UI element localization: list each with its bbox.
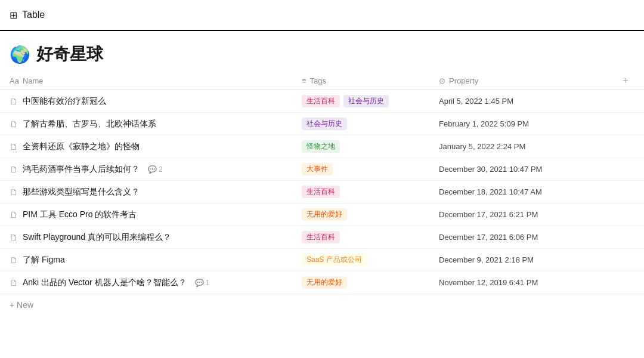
row-tags-cell: 大事件 [302, 163, 439, 175]
comment-badge: 💬 2 [148, 165, 163, 174]
row-name-cell: 🗋了解古希腊、古罗马、北欧神话体系 [10, 119, 302, 129]
table-row[interactable]: 🗋中医能有效治疗新冠么生活百科社会与历史April 5, 2022 1:45 P… [0, 90, 644, 113]
row-property-cell: December 18, 2021 10:47 AM [439, 187, 634, 196]
tag-item[interactable]: 生活百科 [302, 186, 340, 198]
row-name-cell: 🗋全资料还原《寂静之地》的怪物 [10, 141, 302, 152]
row-title: 了解古希腊、古罗马、北欧神话体系 [23, 119, 156, 129]
row-tags-cell: 生活百科 [302, 186, 439, 198]
row-name-cell: 🗋Anki 出品的 Vector 机器人是个啥？智能么？💬 1 [10, 277, 302, 288]
table-row[interactable]: 🗋了解 FigmaSaaS 产品或公司December 9, 2021 2:18… [0, 249, 644, 271]
row-tags-cell: 怪物之地 [302, 140, 439, 153]
table-row[interactable]: 🗋那些游戏类型缩写是什么含义？生活百科December 18, 2021 10:… [0, 181, 644, 203]
new-button-label: + New [10, 300, 33, 310]
tags-col-icon: ≡ [302, 76, 306, 85]
row-doc-icon: 🗋 [10, 142, 18, 152]
row-title: 那些游戏类型缩写是什么含义？ [23, 187, 140, 197]
property-col-icon: ⊙ [439, 76, 445, 85]
row-tags-cell: SaaS 产品或公司 [302, 254, 439, 266]
row-doc-icon: 🗋 [10, 210, 18, 220]
comment-count: 2 [159, 165, 163, 174]
page-emoji: 🌍 [10, 45, 30, 64]
row-title: 中医能有效治疗新冠么 [23, 96, 106, 107]
row-tags-cell: 无用的爱好 [302, 276, 439, 289]
page-title-row: 🌍 好奇星球 [0, 31, 644, 72]
page-title: 好奇星球 [36, 43, 103, 66]
row-property-cell: December 17, 2021 6:06 PM [439, 233, 634, 242]
col-header-property: ⊙ Property [439, 76, 617, 85]
name-col-label: Name [23, 76, 44, 85]
row-name-cell: 🗋Swift Playground 真的可以用来编程么？ [10, 232, 302, 243]
row-title: Swift Playground 真的可以用来编程么？ [23, 232, 171, 243]
table-body: 🗋中医能有效治疗新冠么生活百科社会与历史April 5, 2022 1:45 P… [0, 90, 644, 294]
comment-icon: 💬 [148, 165, 157, 174]
row-doc-icon: 🗋 [10, 187, 18, 197]
tags-col-label: Tags [310, 76, 326, 85]
row-tags-cell: 生活百科社会与历史 [302, 95, 439, 107]
row-property-cell: April 5, 2022 1:45 PM [439, 97, 634, 106]
tag-item[interactable]: 生活百科 [302, 231, 340, 243]
table-row[interactable]: 🗋PIM 工具 Ecco Pro 的软件考古无用的爱好December 17, … [0, 203, 644, 226]
tag-item[interactable]: 无用的爱好 [302, 208, 347, 221]
row-property-cell: January 5, 2022 2:24 PM [439, 142, 634, 151]
new-row-button[interactable]: + New [0, 294, 644, 316]
table-row[interactable]: 🗋Swift Playground 真的可以用来编程么？生活百科December… [0, 226, 644, 249]
name-col-icon: Aa [10, 76, 19, 85]
table-row[interactable]: 🗋全资料还原《寂静之地》的怪物怪物之地January 5, 2022 2:24 … [0, 135, 644, 158]
table-header: Aa Name ≡ Tags ⊙ Property + [0, 72, 644, 90]
row-name-cell: 🗋那些游戏类型缩写是什么含义？ [10, 187, 302, 197]
row-title: Anki 出品的 Vector 机器人是个啥？智能么？ [23, 277, 187, 288]
tag-item[interactable]: 生活百科 [302, 95, 340, 107]
header-bar: ⊞ Table [0, 0, 644, 31]
property-col-label: Property [449, 76, 478, 85]
row-doc-icon: 🗋 [10, 165, 18, 174]
row-doc-icon: 🗋 [10, 255, 18, 265]
tag-item[interactable]: 社会与历史 [302, 118, 347, 130]
tag-item[interactable]: 社会与历史 [343, 95, 389, 107]
table-row[interactable]: 🗋鸿毛药酒事件当事人后续如何？💬 2大事件December 30, 2021 1… [0, 158, 644, 181]
row-tags-cell: 生活百科 [302, 231, 439, 243]
row-name-cell: 🗋PIM 工具 Ecco Pro 的软件考古 [10, 209, 302, 220]
row-name-cell: 🗋了解 Figma [10, 255, 302, 266]
comment-icon: 💬 [195, 279, 204, 287]
row-doc-icon: 🗋 [10, 97, 18, 106]
row-tags-cell: 社会与历史 [302, 118, 439, 130]
row-doc-icon: 🗋 [10, 119, 18, 129]
row-tags-cell: 无用的爱好 [302, 208, 439, 221]
table-row[interactable]: 🗋了解古希腊、古罗马、北欧神话体系社会与历史February 1, 2022 5… [0, 113, 644, 135]
row-property-cell: February 1, 2022 5:09 PM [439, 119, 634, 128]
col-header-name: Aa Name [10, 76, 302, 85]
row-title: PIM 工具 Ecco Pro 的软件考古 [23, 209, 137, 220]
row-property-cell: November 12, 2019 6:41 PM [439, 278, 634, 287]
table-tab[interactable]: ⊞ Table [10, 10, 45, 27]
tab-label: Table [22, 10, 45, 20]
row-property-cell: December 30, 2021 10:47 PM [439, 165, 634, 174]
table-row[interactable]: 🗋Anki 出品的 Vector 机器人是个啥？智能么？💬 1无用的爱好Nove… [0, 271, 644, 294]
table-container: Aa Name ≡ Tags ⊙ Property + 🗋中医能有效治疗新冠么生… [0, 72, 644, 316]
tag-item[interactable]: 大事件 [302, 163, 333, 175]
tag-item[interactable]: 无用的爱好 [302, 276, 347, 289]
row-doc-icon: 🗋 [10, 278, 18, 288]
row-title: 鸿毛药酒事件当事人后续如何？ [23, 164, 140, 175]
row-property-cell: December 17, 2021 6:21 PM [439, 210, 634, 219]
row-name-cell: 🗋鸿毛药酒事件当事人后续如何？💬 2 [10, 164, 302, 175]
row-title: 了解 Figma [23, 255, 65, 266]
col-header-tags: ≡ Tags [302, 76, 439, 85]
table-icon: ⊞ [10, 10, 17, 21]
tag-item[interactable]: SaaS 产品或公司 [302, 254, 367, 266]
comment-badge: 💬 1 [195, 279, 210, 287]
tag-item[interactable]: 怪物之地 [302, 140, 340, 153]
row-title: 全资料还原《寂静之地》的怪物 [23, 141, 140, 152]
row-name-cell: 🗋中医能有效治疗新冠么 [10, 96, 302, 107]
row-property-cell: December 9, 2021 2:18 PM [439, 255, 634, 264]
row-doc-icon: 🗋 [10, 233, 18, 242]
comment-count: 1 [206, 279, 210, 287]
add-column-button[interactable]: + [617, 75, 634, 86]
